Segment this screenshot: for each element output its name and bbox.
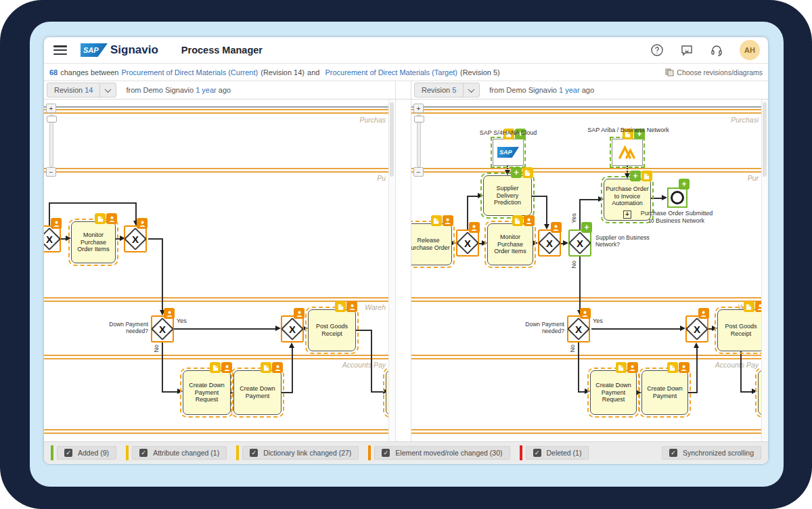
help-icon[interactable] (650, 43, 664, 57)
checkbox-checked[interactable]: ✓ (64, 449, 72, 457)
flow-arrow (275, 326, 281, 331)
task-create-down-payment[interactable]: Create Down Payment (641, 370, 688, 415)
legend-deleted[interactable]: ✓Deleted (1) (520, 445, 589, 460)
scrollbar-thumb[interactable] (763, 102, 767, 177)
legend-element-moved[interactable]: ✓Element moved/role changed (30) (368, 445, 510, 460)
deleted-color-bar (520, 445, 522, 460)
legend-added[interactable]: ✓Added (9) (51, 445, 116, 460)
role-changed-badge (294, 308, 304, 319)
legend-bar: ✓Added (9) ✓Attribute changed (1) ✓Dicti… (44, 441, 768, 463)
flow-arrow (598, 196, 604, 202)
role-changed-badge (346, 301, 357, 312)
menu-icon[interactable] (53, 45, 67, 55)
left-diagram-panel[interactable]: Purchas Pu Wareh Accounts Pay (44, 99, 396, 441)
flow-line (49, 202, 50, 225)
zoom-in-button[interactable]: + (413, 104, 424, 113)
task-create-down-payment[interactable]: Create Down Payment (233, 370, 281, 415)
checkbox-checked[interactable]: ✓ (533, 449, 541, 457)
end-event[interactable]: + (667, 187, 687, 208)
headset-icon[interactable] (710, 43, 723, 57)
lane-label: Purchas (360, 116, 386, 124)
zoom-in-button[interactable]: + (46, 104, 56, 113)
lane-label: Accounts Pay (715, 361, 759, 369)
revision-current-text: (Revision 14) (261, 68, 304, 76)
zoom-out-button[interactable]: − (413, 167, 424, 177)
lane-border (411, 168, 768, 173)
checkbox-checked[interactable]: ✓ (382, 449, 390, 457)
choose-revisions-button[interactable]: Choose revisions/diagrams (665, 68, 763, 76)
exclusive-gateway[interactable]: X (44, 225, 61, 252)
task-post-goods-receipt[interactable]: Post Goods Receipt (717, 309, 765, 351)
system-sap-ariba[interactable]: + (612, 139, 643, 166)
subprocess-marker: + (623, 211, 631, 219)
lane-border (411, 355, 768, 359)
dictionary-badge (512, 215, 523, 226)
task-label: Release Purchase Order (411, 237, 450, 252)
task-create-down-payment-request[interactable]: Create Down Payment Request (183, 370, 231, 415)
added-badge: + (511, 167, 522, 178)
time-link[interactable]: 1 year (559, 86, 580, 94)
task-post-goods-receipt[interactable]: Post Goods Receipt (308, 309, 356, 351)
avatar[interactable]: AH (740, 40, 760, 60)
exclusive-gateway[interactable]: X (685, 315, 708, 342)
checkbox-checked[interactable]: ✓ (669, 449, 677, 457)
flow-arrow (694, 342, 699, 348)
gateway-x: X (152, 317, 173, 341)
chevron-down-icon (468, 86, 475, 93)
gateway-down-payment[interactable]: X (567, 315, 590, 342)
task-supplier-delivery-prediction[interactable]: Supplier Delivery Prediction + (483, 175, 532, 216)
flow-arrow (712, 326, 717, 331)
diagram-current-link[interactable]: Procurement of Direct Materials (Current… (121, 68, 258, 76)
lane-label: Pur (748, 174, 759, 182)
legend-dictionary-link-changed[interactable]: ✓Dictionary link changed (27) (236, 445, 359, 460)
diagram-row: Purchas Pu Wareh Accounts Pay (44, 99, 768, 441)
legend-label: Deleted (1) (547, 449, 582, 457)
exclusive-gateway[interactable]: X (124, 225, 147, 252)
left-revision-selector[interactable]: Revision14 (47, 83, 116, 97)
gateway-down-payment[interactable]: X (151, 315, 174, 342)
zoom-thumb[interactable] (47, 116, 57, 123)
right-revision-selector[interactable]: Revision5 (414, 83, 480, 97)
revision-word: Revision (54, 86, 83, 94)
legend-attribute-changed[interactable]: ✓Attribute changed (1) (126, 445, 227, 460)
role-changed-badge (627, 362, 638, 373)
and-text: and (307, 68, 319, 76)
revision-dropdown-arrow[interactable] (463, 83, 479, 97)
task-monitor-purchase-order-items[interactable]: Monitor Purchase Order Items (71, 221, 116, 263)
app-window: SAP Signavio Process Manager AH 68 chang… (44, 37, 768, 464)
exclusive-gateway[interactable]: X (456, 229, 479, 257)
right-diagram-panel[interactable]: Purchasi Pur Wareh Accounts Pay (411, 99, 768, 441)
dictionary-badge (641, 171, 652, 181)
flow-line (162, 238, 163, 310)
exclusive-gateway[interactable]: X (538, 229, 561, 257)
checkbox-checked[interactable]: ✓ (139, 449, 148, 457)
vertical-scrollbar[interactable] (388, 99, 395, 441)
synchronized-scrolling-toggle[interactable]: ✓Synchronized scrolling (662, 446, 761, 460)
task-release-purchase-order[interactable]: Release Purchase Order (411, 223, 452, 265)
checkbox-checked[interactable]: ✓ (250, 449, 258, 457)
scrollbar-thumb[interactable] (390, 102, 394, 177)
exclusive-gateway[interactable]: X (281, 315, 304, 342)
zoom-out-button[interactable]: − (46, 167, 56, 177)
flow-arrow (585, 389, 590, 394)
role-changed-badge (524, 215, 535, 226)
sap-logo-text: SAP (499, 149, 512, 156)
diagram-target-link[interactable]: Procurement of Direct Materials (Target) (325, 68, 457, 76)
chevron-down-icon (105, 86, 112, 93)
device-frame: SAP Signavio Process Manager AH 68 chang… (0, 0, 812, 509)
system-sap-s4hana[interactable]: SAP + (493, 139, 524, 166)
diagrams-icon (665, 68, 674, 76)
from-text: from Demo Signavio (489, 86, 557, 94)
gateway-supplier-on-network[interactable]: X + (568, 229, 591, 257)
gateway-x: X (44, 227, 60, 251)
revision-number: 5 (452, 86, 456, 94)
task-create-down-payment-request[interactable]: Create Down Payment Request (590, 370, 637, 415)
feedback-icon[interactable] (680, 43, 694, 57)
flow-line (591, 328, 680, 330)
end-event-circle (671, 191, 684, 204)
time-link[interactable]: 1 year (196, 86, 217, 94)
revision-dropdown-arrow[interactable] (99, 83, 116, 97)
task-monitor-purchase-order-items[interactable]: Monitor Purchase Order Items (487, 223, 533, 265)
vertical-scrollbar[interactable] (761, 99, 768, 441)
zoom-thumb[interactable] (414, 116, 424, 123)
